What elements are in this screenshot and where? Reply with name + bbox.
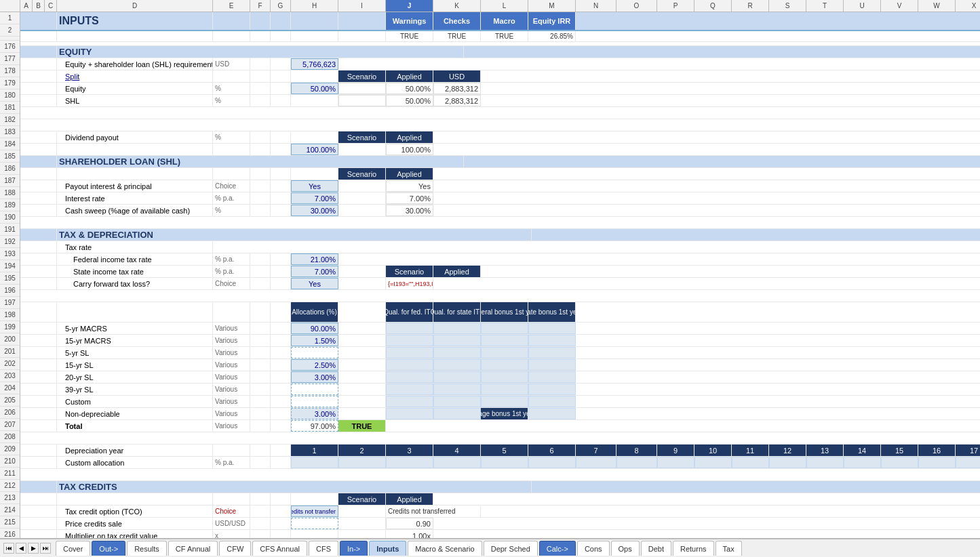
equity-applied-val: 2,883,312 xyxy=(433,83,481,94)
payout-input[interactable]: Yes xyxy=(291,180,338,192)
tab-cfs[interactable]: CFS xyxy=(309,541,338,556)
row-180: SHL % 50.00% 2,883,312 xyxy=(20,95,980,107)
tab-returns[interactable]: Returns xyxy=(673,541,714,556)
cell-188-abc xyxy=(20,192,57,204)
tab-cf-annual[interactable]: CF Annual xyxy=(168,541,218,556)
cell-215-g xyxy=(271,530,291,538)
tab-inputs[interactable]: Inputs xyxy=(369,541,406,556)
shl-label: SHL xyxy=(57,95,213,106)
interest-applied: 7.00% xyxy=(386,192,433,204)
row-num-205: 205 xyxy=(0,394,20,407)
col-o: O xyxy=(616,0,657,12)
row-205: Non-depreciable Various 3.00% %age bonus… xyxy=(20,408,980,420)
custom-alloc-3 xyxy=(386,457,433,468)
checks-button[interactable]: Checks xyxy=(433,12,481,30)
nondepr-val[interactable]: 3.00% xyxy=(291,408,338,419)
tab-results[interactable]: Results xyxy=(127,541,167,556)
cell-f2 xyxy=(250,31,271,41)
macrs15-qual-state xyxy=(433,335,481,346)
col-applied-178: Applied xyxy=(386,70,433,82)
cell-202-f xyxy=(250,371,271,383)
col-i: I xyxy=(338,0,386,12)
sl39-state-bonus xyxy=(528,384,576,395)
cell-195-i xyxy=(338,278,386,289)
tab-macro[interactable]: Macro & Scenario xyxy=(408,541,482,556)
sl15-val[interactable]: 2.50% xyxy=(291,359,338,371)
cell-197-abc xyxy=(20,302,57,322)
fed-tax-input[interactable]: 21.00% xyxy=(291,253,338,265)
tab-out[interactable]: Out-> xyxy=(92,541,125,556)
row-num-201: 201 xyxy=(0,346,20,358)
row-194: State income tax rate % p.a. 7.00% Scena… xyxy=(20,266,980,278)
row-num-184: 184 xyxy=(0,138,20,150)
nav-left-left[interactable]: ⏮ xyxy=(3,543,14,554)
state-tax-input[interactable]: 7.00% xyxy=(291,266,338,277)
col-m: M xyxy=(528,0,576,12)
carry-fwd-input[interactable]: Yes xyxy=(291,278,338,289)
row-197: Allocations (%) Qual. for fed. ITC Qual.… xyxy=(20,302,980,323)
cell-195-g xyxy=(271,278,291,289)
cell-201-f xyxy=(250,359,271,371)
nav-right-right[interactable]: ⏭ xyxy=(40,543,51,554)
equity-pct-status: 26.85% xyxy=(528,31,576,41)
row-200: 5-yr SL Various xyxy=(20,347,980,359)
row-num-188: 188 xyxy=(0,187,20,199)
cell-201-g xyxy=(271,359,291,371)
cell-195-f xyxy=(250,278,271,289)
row-186: Scenario Applied xyxy=(20,168,980,180)
tab-bar: ⏮ ◀ ▶ ⏭ Cover Out-> Results CF Annual CF… xyxy=(0,538,980,557)
row-2: TRUE TRUE TRUE 26.85% xyxy=(20,31,980,42)
dividend-applied-hdr: Applied xyxy=(386,131,433,143)
row-num-187: 187 xyxy=(0,175,20,187)
tco-input[interactable]: Credits not transfer xyxy=(291,506,338,517)
nav-right[interactable]: ▶ xyxy=(28,543,39,554)
tab-ops[interactable]: Ops xyxy=(611,541,640,556)
equity-input[interactable]: 50.00% xyxy=(291,83,338,94)
price-credits-unit: USD/USD xyxy=(213,518,250,529)
sl20-val[interactable]: 3.00% xyxy=(291,371,338,383)
tab-cover[interactable]: Cover xyxy=(56,541,90,556)
custom-qual-fed xyxy=(386,396,433,407)
tab-in[interactable]: In-> xyxy=(340,541,368,556)
cell-189-f xyxy=(250,205,271,216)
equity-irr-button[interactable]: Equity IRR xyxy=(528,12,576,30)
row-182 xyxy=(20,119,980,131)
cell-215-abc xyxy=(20,530,57,538)
sl5-label: 5-yr SL xyxy=(57,347,213,358)
tab-cons[interactable]: Cons xyxy=(577,541,610,556)
cell-183-f xyxy=(250,131,271,143)
cashsweep-input[interactable]: 30.00% xyxy=(291,205,338,216)
cell-214-g xyxy=(271,518,291,529)
tab-depr-sched[interactable]: Depr Sched xyxy=(484,541,538,556)
macrs5-val[interactable]: 90.00% xyxy=(291,323,338,334)
cell-203-g xyxy=(271,384,291,395)
dividend-unit: % xyxy=(213,131,250,143)
tab-cfw[interactable]: CFW xyxy=(219,541,251,556)
warnings-button[interactable]: Warnings xyxy=(386,12,433,30)
cell-204-i xyxy=(338,396,386,407)
tab-calc[interactable]: Calc-> xyxy=(539,541,576,556)
custom-alloc-12 xyxy=(769,457,806,468)
interest-input[interactable]: 7.00% xyxy=(291,192,338,204)
cell-177-abc xyxy=(20,58,57,70)
depr-year-6: 6 xyxy=(528,445,576,456)
tab-tax[interactable]: Tax xyxy=(716,541,742,556)
sl20-qual-fed xyxy=(386,371,433,383)
tab-debt[interactable]: Debt xyxy=(641,541,671,556)
tab-cfs-annual[interactable]: CFS Annual xyxy=(252,541,307,556)
row-num-182: 182 xyxy=(0,114,20,126)
col-b: B xyxy=(33,0,45,12)
cell-205-i xyxy=(338,408,386,419)
cell-198-g xyxy=(271,323,291,334)
sheet-content[interactable]: INPUTS Warnings Checks Macro Equity IRR xyxy=(20,12,980,538)
cell-212-h xyxy=(291,493,338,505)
macro-button[interactable]: Macro xyxy=(481,12,528,30)
nav-left[interactable]: ◀ xyxy=(16,543,26,554)
dividend-input[interactable]: 100.00% xyxy=(291,144,338,155)
custom-alloc-1 xyxy=(291,457,338,468)
nondepr-qual-fed xyxy=(386,408,433,419)
cell-197-d xyxy=(57,302,213,322)
row-num-179: 179 xyxy=(0,77,20,89)
cell-212-d xyxy=(57,493,213,505)
macrs15-val[interactable]: 1.50% xyxy=(291,335,338,346)
